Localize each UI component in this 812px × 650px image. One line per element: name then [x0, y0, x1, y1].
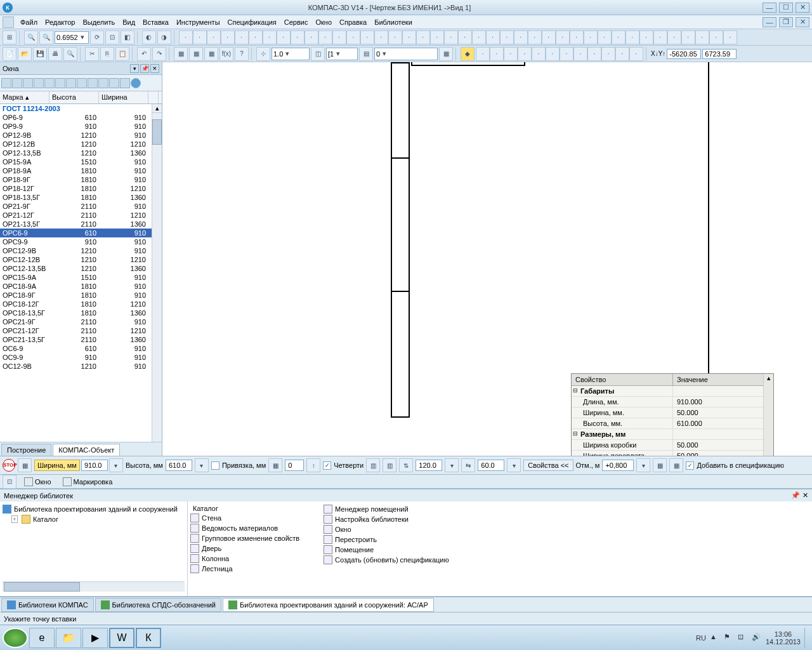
scroll-up-icon[interactable]: ▴ [152, 104, 162, 113]
tool-icon[interactable]: ⊡ [105, 30, 119, 44]
open-icon[interactable]: 📂 [18, 47, 32, 61]
col-marka[interactable]: Марка ▴ [0, 91, 49, 103]
strip-icon[interactable] [23, 78, 33, 88]
strip-icon[interactable] [1, 78, 11, 88]
panel-close-icon[interactable]: ✕ [150, 64, 159, 73]
ie-icon[interactable]: e [29, 628, 55, 648]
tool-icon[interactable]: ▦ [653, 458, 667, 472]
minimize-button[interactable]: — [763, 3, 776, 13]
tab-construction[interactable]: Построение [1, 444, 51, 456]
bind-checkbox[interactable] [211, 461, 219, 470]
volume-icon[interactable]: 🔊 [752, 633, 762, 643]
strip-icon[interactable] [88, 78, 98, 88]
tool-icon[interactable]: · [587, 47, 601, 61]
tool-icon[interactable]: ◫ [311, 47, 325, 61]
tool-icon[interactable]: · [667, 30, 681, 44]
tab-marking[interactable]: Маркировка [59, 476, 117, 488]
tool-icon[interactable]: ▦ [174, 47, 188, 61]
tool-icon[interactable]: · [546, 47, 560, 61]
tool-icon[interactable]: ◑ [157, 30, 171, 44]
tool-icon[interactable]: · [598, 30, 612, 44]
table-row[interactable]: ОРС18-12Г18101210 [0, 300, 162, 308]
prop-group[interactable]: Габариты [572, 386, 763, 397]
table-row[interactable]: ОР21-12Г21101210 [0, 211, 162, 220]
table-row[interactable]: ОР12-9В1210910 [0, 131, 162, 140]
mark-input[interactable]: +0,800 [602, 460, 634, 471]
tool-icon[interactable]: · [346, 30, 360, 44]
tool-icon[interactable]: ⇆ [461, 458, 475, 472]
lib-item[interactable]: Менеджер помещений [324, 504, 457, 514]
lib-item[interactable]: Помещение [324, 545, 457, 555]
tool-icon[interactable]: ⊞ [3, 30, 16, 44]
expand-icon[interactable]: + [11, 515, 18, 523]
tool-icon[interactable]: · [490, 47, 504, 61]
tool-icon[interactable]: · [639, 30, 653, 44]
table-row[interactable]: ОР12-13,5В12101360 [0, 149, 162, 157]
help-icon[interactable]: ? [235, 47, 249, 61]
tool-icon[interactable]: · [304, 30, 318, 44]
menu-icon[interactable] [3, 17, 14, 28]
pin-icon[interactable]: 📌 [791, 491, 800, 500]
undo-icon[interactable]: ↶ [137, 47, 151, 61]
menu-item[interactable]: Окно [311, 17, 336, 27]
table-row[interactable]: ОРС9-9910910 [0, 237, 162, 246]
dropdown-icon[interactable]: ▾ [195, 458, 209, 472]
tray-icon[interactable]: ▲ [710, 633, 720, 643]
paste-icon[interactable]: 📋 [115, 47, 129, 61]
table-row[interactable]: ОС6-9610910 [0, 344, 162, 353]
tool-icon[interactable]: · [723, 30, 737, 44]
flag-icon[interactable]: ⚑ [724, 633, 734, 643]
menu-item[interactable]: Библиотеки [370, 17, 416, 27]
table-row[interactable]: ОР15-9А1510910 [0, 157, 162, 166]
tool-icon[interactable]: · [709, 30, 723, 44]
strip-icon[interactable] [66, 78, 76, 88]
tree-child[interactable]: +Каталог [3, 514, 185, 524]
menu-item[interactable]: Спецификация [224, 17, 280, 27]
tool-icon[interactable]: · [514, 30, 528, 44]
coord-x[interactable]: -5620.85 [667, 49, 701, 59]
tool-icon[interactable]: · [374, 30, 388, 44]
tool-icon[interactable]: · [291, 30, 304, 44]
tool-icon[interactable]: · [360, 30, 374, 44]
tool-icon[interactable]: ◧ [121, 30, 134, 44]
redo-icon[interactable]: ↷ [152, 47, 166, 61]
tool-icon[interactable]: · [458, 30, 472, 44]
strip-icon[interactable] [77, 78, 87, 88]
tool-icon[interactable]: · [402, 30, 416, 44]
dropdown-icon[interactable]: ▾ [109, 458, 123, 472]
strip-icon[interactable] [55, 78, 65, 88]
coord-y[interactable]: 6723.59 [702, 49, 737, 59]
col-width[interactable]: Ширина [99, 91, 148, 103]
print-icon[interactable]: 🖶 [48, 47, 62, 61]
maximize-button[interactable]: ☐ [779, 3, 793, 13]
dropdown-icon[interactable]: ▾ [445, 458, 459, 472]
strip-icon[interactable] [34, 78, 44, 88]
media-icon[interactable]: ▶ [82, 628, 108, 648]
tool-icon[interactable]: · [532, 47, 546, 61]
tool-icon[interactable]: · [681, 30, 695, 44]
preview-icon[interactable]: 🔍 [63, 47, 77, 61]
close-button[interactable]: ✕ [796, 3, 809, 13]
network-icon[interactable]: ⊡ [738, 633, 748, 643]
table-row[interactable]: ОРС12-13,5В12101360 [0, 264, 162, 273]
libtab-kompas[interactable]: Библиотеки КОМПАС [1, 598, 94, 612]
tool-icon[interactable]: · [179, 30, 193, 44]
tool-icon[interactable]: · [416, 30, 430, 44]
lib-item[interactable]: Каталог [190, 504, 324, 513]
q2-input[interactable]: 60.0 [478, 460, 504, 471]
zoom-in-icon[interactable]: 🔍 [39, 30, 53, 44]
tool-icon[interactable]: · [193, 30, 207, 44]
tool-icon[interactable]: · [332, 30, 346, 44]
start-button[interactable] [3, 628, 28, 648]
lib-item[interactable]: Настройка библиотеки [324, 514, 457, 524]
zoom-fit-icon[interactable]: 🔍 [24, 30, 38, 44]
table-row[interactable]: ОРС21-9Г2110910 [0, 317, 162, 326]
tool-icon[interactable]: ⇅ [399, 458, 413, 472]
table-row[interactable]: ОР18-12Г18101210 [0, 184, 162, 193]
quarters-checkbox[interactable]: ✓ [323, 461, 331, 470]
table-row[interactable]: ОР21-13,5Г21101360 [0, 220, 162, 229]
table-row[interactable]: ОРС12-12В12101210 [0, 255, 162, 264]
kompas-task-icon[interactable]: К [136, 628, 161, 648]
table-row[interactable]: ОР18-13,5Г18101360 [0, 193, 162, 202]
lib-item[interactable]: Колонна [190, 554, 324, 564]
